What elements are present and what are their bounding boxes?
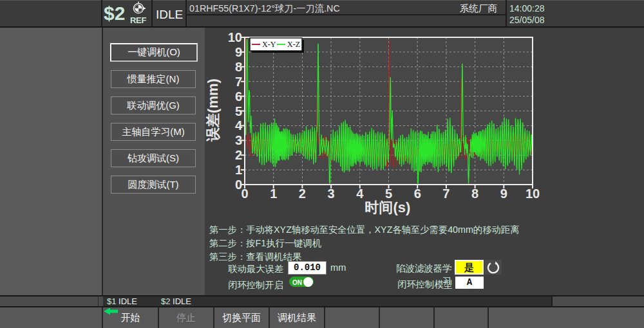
svg-text:1: 1	[270, 187, 277, 201]
svg-text:0: 0	[235, 178, 242, 192]
svg-text:3: 3	[328, 187, 335, 201]
svg-text:10: 10	[526, 187, 540, 201]
svg-text:9: 9	[235, 45, 242, 59]
svg-text:1: 1	[235, 163, 242, 177]
svg-text:0: 0	[241, 187, 248, 201]
svg-text:6: 6	[235, 89, 242, 104]
svg-text:10: 10	[228, 30, 242, 44]
svg-text:5: 5	[385, 187, 392, 201]
svg-text:8: 8	[235, 60, 242, 74]
svg-text:3: 3	[235, 133, 242, 147]
svg-text:6: 6	[414, 187, 421, 201]
svg-text:9: 9	[500, 187, 507, 201]
svg-text:4: 4	[235, 118, 243, 132]
svg-text:7: 7	[442, 187, 450, 201]
svg-text:X-Z: X-Z	[287, 40, 300, 49]
svg-text:4: 4	[356, 187, 364, 201]
svg-text:2: 2	[299, 187, 306, 201]
svg-text:X-Y: X-Y	[262, 40, 276, 49]
svg-text:5: 5	[235, 104, 242, 118]
svg-text:2: 2	[235, 148, 242, 162]
svg-text:8: 8	[471, 187, 478, 201]
svg-text:7: 7	[235, 75, 242, 89]
svg-text:时间(s): 时间(s)	[365, 199, 411, 215]
svg-text:误差(mm): 误差(mm)	[205, 78, 221, 142]
